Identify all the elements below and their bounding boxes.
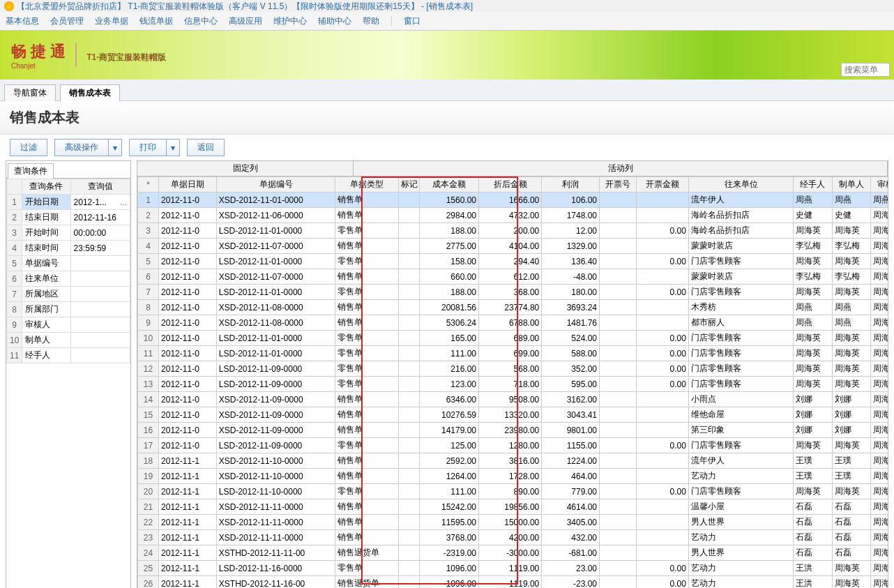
qrow-val[interactable]: [70, 333, 130, 348]
col-开票金额[interactable]: 开票金额: [636, 177, 688, 193]
table-row[interactable]: 62012-11-0XSD-2012-11-07-0000销售单660.0061…: [138, 269, 888, 285]
qrow-val[interactable]: [70, 287, 130, 302]
qrow-num: 10: [7, 333, 22, 348]
table-row[interactable]: 192012-11-1XSD-2012-11-10-0000销售单1264.00…: [138, 469, 888, 484]
menu-会员管理[interactable]: 会员管理: [50, 15, 84, 27]
table-row[interactable]: 52012-11-0LSD-2012-11-01-0000零售单158.0029…: [138, 254, 888, 269]
table-row[interactable]: 182012-11-1XSD-2012-11-10-0000销售单2592.00…: [138, 453, 888, 469]
table-row[interactable]: 242012-11-1XSTHD-2012-11-11-00销售退货单-2319…: [138, 545, 888, 561]
menu-高级应用[interactable]: 高级应用: [229, 15, 262, 27]
qrow-label: 制单人: [22, 333, 70, 348]
table-row[interactable]: 132012-11-0LSD-2012-11-09-0000零售单123.007…: [138, 377, 888, 392]
table-row[interactable]: 162012-11-0XSD-2012-11-09-0000销售单14179.0…: [138, 423, 888, 438]
table-row[interactable]: 92012-11-0XSD-2012-11-08-0000销售单5306.246…: [138, 315, 888, 331]
qrow-label: 单据编号: [22, 256, 70, 271]
menu-窗口[interactable]: 窗口: [404, 15, 421, 27]
table-row[interactable]: 212012-11-1XSD-2012-11-11-0000销售单15242.0…: [138, 499, 888, 515]
adv-button[interactable]: 高级操作: [54, 139, 109, 156]
table-row[interactable]: 22012-11-0XSD-2012-11-06-0000销售单2984.004…: [138, 208, 888, 223]
qrow-num: 2: [7, 210, 22, 225]
col-往来单位[interactable]: 往来单位: [688, 177, 793, 193]
menu-帮助[interactable]: 帮助: [363, 15, 379, 27]
print-dropdown[interactable]: ▾: [167, 139, 180, 156]
menu-辅助中心[interactable]: 辅助中心: [318, 15, 351, 27]
tab-销售成本表[interactable]: 销售成本表: [60, 84, 120, 101]
col-val: 查询值: [70, 179, 130, 195]
menubar: 基本信息会员管理业务单据钱流单据信息中心高级应用维护中心辅助中心帮助|窗口: [0, 13, 894, 31]
col-单据编号[interactable]: 单据编号: [216, 177, 335, 193]
qrow-num: 1: [7, 195, 22, 210]
menu-维护中心[interactable]: 维护中心: [273, 15, 307, 27]
table-row[interactable]: 42012-11-0XSD-2012-11-07-0000销售单2775.004…: [138, 239, 888, 254]
table-row[interactable]: 12012-11-0XSD-2012-11-01-0000销售单1560.001…: [138, 193, 888, 208]
qrow-val[interactable]: [70, 256, 130, 271]
qrow-val[interactable]: [70, 302, 130, 317]
table-row[interactable]: 232012-11-1XSD-2012-11-11-0000销售单3768.00…: [138, 530, 888, 545]
table-row[interactable]: 202012-11-1LSD-2012-11-10-0000零售单111.008…: [138, 484, 888, 499]
col-cond: 查询条件: [22, 179, 70, 195]
table-row[interactable]: 82012-11-0XSD-2012-11-08-0000销售单20081.56…: [138, 300, 888, 315]
menu-信息中心[interactable]: 信息中心: [184, 15, 218, 27]
qrow-val[interactable]: 2012-11-16: [70, 210, 130, 225]
table-row[interactable]: 142012-11-0XSD-2012-11-09-0000销售单6346.00…: [138, 392, 888, 407]
qrow-label: 所属部门: [22, 302, 70, 317]
qrow-val[interactable]: 00:00:00: [70, 225, 130, 241]
qrow-val[interactable]: 2012-1... ...: [70, 195, 130, 210]
qrow-label: 所属地区: [22, 287, 70, 302]
table-row[interactable]: 102012-11-0LSD-2012-11-01-0000零售单165.006…: [138, 331, 888, 346]
table-row[interactable]: 32012-11-0LSD-2012-11-01-0000零售单188.0020…: [138, 223, 888, 239]
query-grid: 查询条件 查询值 1开始日期2012-1... ...2结束日期2012-11-…: [6, 179, 130, 363]
filter-button[interactable]: 过滤: [10, 139, 47, 156]
col-利润[interactable]: 利润: [542, 177, 600, 193]
table-row[interactable]: 252012-11-1LSD-2012-11-16-0000零售单1096.00…: [138, 561, 888, 576]
qrow-val[interactable]: 23:59:59: [70, 241, 130, 256]
table-row[interactable]: 172012-11-0LSD-2012-11-09-0000零售单125.001…: [138, 438, 888, 453]
qrow-num: 4: [7, 241, 22, 256]
table-row[interactable]: 112012-11-0LSD-2012-11-01-0000零售单111.006…: [138, 346, 888, 361]
window-title: 【北京爱盟外贸品牌折扣店】 T1-商贸宝服装鞋帽体验版（客户端 V 11.5）【…: [17, 1, 473, 13]
col-单据日期[interactable]: 单据日期: [159, 177, 217, 193]
qrow-val[interactable]: [70, 348, 130, 363]
table-row[interactable]: 222012-11-1XSD-2012-11-11-0000销售单11595.0…: [138, 515, 888, 530]
table-row[interactable]: 262012-11-1XSTHD-2012-11-16-00销售退货单-1096…: [138, 576, 888, 589]
corner: [7, 179, 22, 195]
menu-业务单据[interactable]: 业务单据: [95, 15, 128, 27]
menu-基本信息[interactable]: 基本信息: [6, 15, 39, 27]
tab-导航窗体[interactable]: 导航窗体: [4, 84, 56, 101]
data-zone: 固定列 活动列 *单据日期单据编号单据类型标记成本金额折后金额利润开票号开票金额…: [137, 160, 888, 588]
qrow-label: 往来单位: [22, 271, 70, 287]
table-row[interactable]: 152012-11-0XSD-2012-11-09-0000销售单10276.5…: [138, 407, 888, 423]
menu-|: |: [391, 15, 393, 27]
qrow-num: 8: [7, 302, 22, 317]
print-button[interactable]: 打印: [129, 139, 167, 156]
col-开票号[interactable]: 开票号: [600, 177, 637, 193]
col-审核人[interactable]: 审核人: [870, 177, 888, 193]
table-row[interactable]: 122012-11-0LSD-2012-11-09-0000零售单216.005…: [138, 361, 888, 377]
qrow-val[interactable]: [70, 271, 130, 287]
col-*[interactable]: *: [138, 177, 159, 193]
col-成本金额[interactable]: 成本金额: [419, 177, 478, 193]
col-折后金额[interactable]: 折后金额: [479, 177, 542, 193]
fixed-cols-header: 固定列: [137, 161, 354, 176]
col-标记[interactable]: 标记: [398, 177, 419, 193]
col-制单人[interactable]: 制单人: [832, 177, 870, 193]
query-tab[interactable]: 查询条件: [8, 163, 54, 179]
prod-prefix: T1-: [86, 52, 99, 62]
page-title: 销售成本表: [0, 101, 894, 135]
titlebar: 【北京爱盟外贸品牌折扣店】 T1-商贸宝服装鞋帽体验版（客户端 V 11.5）【…: [0, 0, 894, 13]
back-button[interactable]: 返回: [187, 139, 225, 156]
query-sidebar: 查询条件 查询条件 查询值 1开始日期2012-1... ...2结束日期201…: [6, 160, 131, 588]
col-单据类型[interactable]: 单据类型: [335, 177, 398, 193]
menu-钱流单据[interactable]: 钱流单据: [139, 15, 173, 27]
col-经手人[interactable]: 经手人: [794, 177, 832, 193]
active-cols-header: 活动列: [354, 161, 888, 176]
app-icon: [4, 1, 14, 11]
search-menu-input[interactable]: [841, 63, 890, 77]
table-row[interactable]: 72012-11-0LSD-2012-11-01-0000零售单188.0036…: [138, 285, 888, 300]
separator: [75, 43, 77, 67]
qrow-num: 11: [7, 348, 22, 363]
adv-dropdown[interactable]: ▾: [109, 139, 122, 156]
qrow-val[interactable]: [70, 317, 130, 333]
subtabs: 导航窗体销售成本表: [0, 80, 894, 101]
qrow-num: 7: [7, 287, 22, 302]
